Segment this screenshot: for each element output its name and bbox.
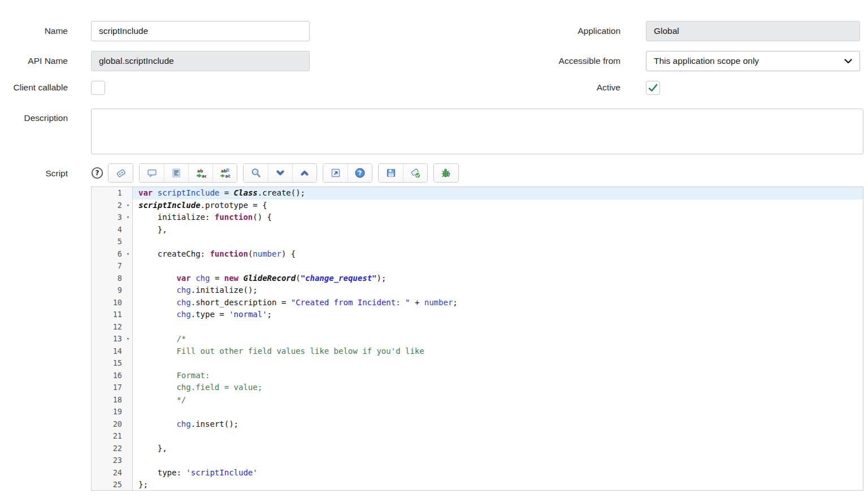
open-fullscreen-button[interactable]: [323, 164, 348, 182]
code-text[interactable]: chg.type = 'normal';: [133, 309, 863, 321]
client-callable-label: Client callable: [0, 83, 68, 93]
application-input: [646, 21, 860, 41]
code-text[interactable]: var chg = new GlideRecord("change_reques…: [133, 272, 863, 285]
syntax-check-button[interactable]: [403, 164, 427, 182]
find-next-button[interactable]: [268, 164, 292, 182]
line-number: 18: [92, 394, 124, 406]
code-line: 10 chg.short_description = "Created from…: [92, 297, 863, 309]
line-number: 20: [92, 418, 124, 431]
line-gutter: 13▾: [92, 333, 133, 345]
code-text[interactable]: },: [133, 224, 863, 236]
replace-all-button[interactable]: abac: [212, 164, 237, 182]
code-text[interactable]: [133, 321, 863, 334]
search-button[interactable]: [244, 164, 268, 182]
code-text[interactable]: [133, 357, 863, 370]
code-line: 13▾ /*: [92, 333, 863, 345]
editor-toggle-icon: [115, 167, 127, 179]
code-line: 23: [92, 454, 863, 467]
editor-help-button[interactable]: ?: [348, 164, 372, 182]
code-text[interactable]: /*: [133, 333, 863, 345]
code-line: 16 Format:: [92, 370, 863, 382]
code-text[interactable]: chg.insert();: [133, 418, 863, 431]
row-name-application: Name Application: [0, 21, 868, 41]
line-number: 4: [92, 224, 124, 236]
fold-arrow-icon[interactable]: ▾: [124, 333, 132, 345]
line-gutter: 18: [92, 394, 133, 406]
code-line: 17 chg.field = value;: [92, 382, 863, 394]
line-gutter: 21: [92, 430, 133, 443]
active-label: Active: [310, 83, 620, 93]
line-gutter: 15: [92, 357, 133, 370]
code-text[interactable]: var scriptInclude = Class.create();: [133, 187, 863, 200]
accessible-from-select[interactable]: This application scope only: [646, 51, 860, 71]
row-description: Description: [0, 109, 868, 157]
line-number: 6: [92, 248, 124, 261]
code-text[interactable]: chg.field = value;: [133, 382, 863, 394]
code-text[interactable]: scriptInclude.prototype = {: [133, 200, 863, 212]
code-line: 1var scriptInclude = Class.create();: [92, 187, 863, 200]
line-gutter: 2▾: [92, 200, 133, 212]
code-text[interactable]: chg.initialize();: [133, 284, 863, 297]
code-line: 11 chg.type = 'normal';: [92, 309, 863, 321]
code-text[interactable]: [133, 454, 863, 467]
toolbar-group: abacabac: [139, 163, 237, 183]
row-checkboxes: Client callable Active: [0, 81, 868, 95]
code-line: 19: [92, 406, 863, 418]
code-text[interactable]: },: [133, 443, 863, 455]
code-text[interactable]: Fill out other field values like below i…: [133, 345, 863, 358]
svg-text:ac: ac: [225, 174, 231, 179]
line-number: 7: [92, 260, 124, 272]
find-previous-button[interactable]: [292, 164, 316, 182]
code-text[interactable]: Format:: [133, 370, 863, 382]
name-input[interactable]: [91, 21, 310, 41]
code-text[interactable]: };: [133, 479, 863, 491]
toolbar-group: ?: [323, 163, 372, 183]
replace-all-icon: abac: [219, 167, 231, 179]
code-text[interactable]: type: 'scriptInclude': [133, 467, 863, 479]
line-number: 14: [92, 345, 124, 358]
toggle-comment-button[interactable]: [140, 164, 164, 182]
description-textarea[interactable]: [91, 109, 863, 154]
svg-text:?: ?: [358, 170, 362, 176]
script-toolbar: ? abacabac?: [91, 163, 863, 183]
code-text[interactable]: chg.short_description = "Created from In…: [133, 297, 863, 309]
line-gutter: 17: [92, 382, 133, 394]
line-gutter: 12: [92, 321, 133, 334]
client-callable-checkbox[interactable]: [91, 81, 105, 95]
script-debugger-button[interactable]: [434, 164, 458, 182]
line-number: 24: [92, 467, 124, 479]
toolbar-group: [108, 163, 133, 183]
code-line: 2▾scriptInclude.prototype = {: [92, 200, 863, 212]
code-line: 8 var chg = new GlideRecord("change_requ…: [92, 272, 863, 285]
toolbar-group: [243, 163, 317, 183]
active-checkbox[interactable]: [646, 81, 660, 95]
code-text[interactable]: [133, 406, 863, 418]
code-text[interactable]: */: [133, 394, 863, 406]
toolbar-group: [433, 163, 459, 183]
field-help-icon[interactable]: ?: [91, 167, 103, 179]
fold-arrow-icon[interactable]: ▾: [124, 211, 132, 224]
line-number: 19: [92, 406, 124, 418]
code-text[interactable]: initialize: function() {: [133, 211, 863, 224]
code-line: 24 type: 'scriptInclude': [92, 467, 863, 479]
format-code-button[interactable]: [164, 164, 188, 182]
line-number: 2: [92, 200, 124, 212]
search-icon: [250, 167, 262, 179]
line-number: 1: [92, 187, 124, 200]
editor-toggle-button[interactable]: [108, 164, 133, 182]
fold-arrow-icon[interactable]: ▾: [124, 248, 132, 261]
code-text[interactable]: createChg: function(number) {: [133, 248, 863, 261]
code-line: 7: [92, 260, 863, 272]
line-number: 11: [92, 309, 124, 321]
replace-button[interactable]: abac: [188, 164, 212, 182]
code-text[interactable]: [133, 430, 863, 443]
code-text[interactable]: [133, 236, 863, 248]
fold-arrow-icon[interactable]: ▾: [124, 200, 132, 212]
save-button[interactable]: [379, 164, 403, 182]
checkmark-icon: [648, 84, 658, 92]
line-gutter: 5: [92, 236, 133, 248]
code-text[interactable]: [133, 260, 863, 272]
code-line: 22 },: [92, 443, 863, 455]
script-editor[interactable]: 1var scriptInclude = Class.create();2▾sc…: [91, 187, 863, 491]
code-line: 15: [92, 357, 863, 370]
